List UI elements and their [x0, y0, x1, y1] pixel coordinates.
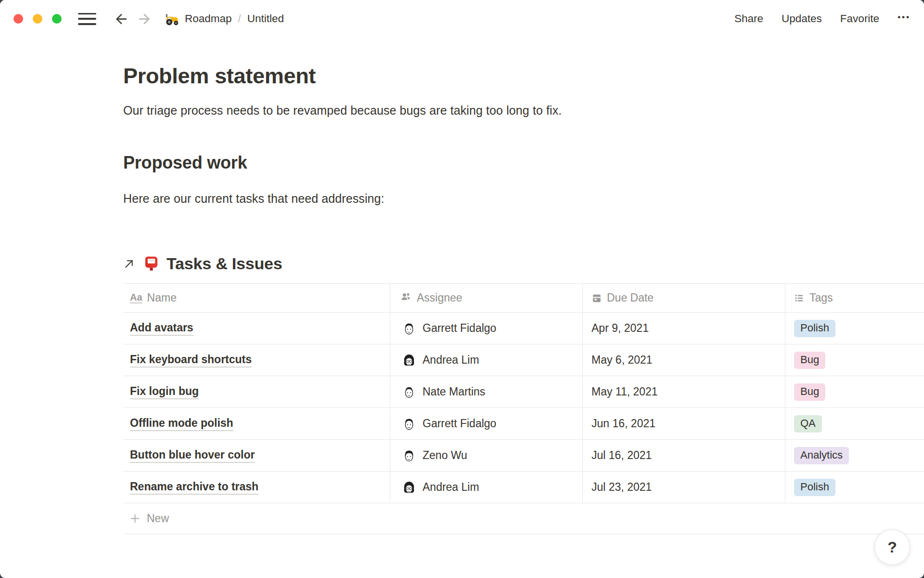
page-body: Problem statement Our triage process nee… — [0, 64, 924, 534]
column-header-due-date[interactable]: Due Date — [583, 284, 785, 312]
assignee-cell[interactable]: Nate Martins — [390, 376, 583, 407]
tasks-table: Aa Name Assignee Due Date — [123, 283, 924, 534]
due-date-value: Jul 16, 2021 — [591, 449, 652, 462]
avatar — [401, 416, 417, 432]
task-name-link[interactable]: Rename archive to trash — [130, 480, 258, 495]
paragraph-proposed: Here are our current tasks that need add… — [123, 192, 924, 206]
updates-button[interactable]: Updates — [782, 13, 822, 25]
favorite-button[interactable]: Favorite — [840, 13, 879, 25]
postbox-icon — [143, 255, 160, 272]
tag-pill: Bug — [794, 383, 825, 401]
task-name-cell[interactable]: Rename archive to trash — [123, 472, 390, 503]
history-nav — [113, 11, 153, 27]
heading-proposed-work: Proposed work — [123, 153, 924, 173]
tag-pill: Polish — [794, 320, 835, 337]
due-date-cell[interactable]: May 11, 2021 — [583, 376, 785, 407]
assignee-cell[interactable]: Zeno Wu — [390, 440, 583, 471]
assignee-cell[interactable]: Andrea Lim — [390, 344, 583, 376]
database-title[interactable]: Tasks & Issues — [167, 254, 282, 273]
forward-arrow-icon[interactable] — [137, 11, 153, 27]
tags-cell[interactable]: Polish — [785, 472, 924, 503]
breadcrumb: Roadmap / Untitled — [165, 12, 284, 26]
top-bar-left: Roadmap / Untitled — [13, 11, 284, 27]
tags-cell[interactable]: Polish — [785, 313, 924, 344]
table-rows: Add avatars Garrett Fidalgo Apr 9, 2021 … — [123, 313, 924, 503]
tags-cell[interactable]: Analytics — [785, 440, 924, 471]
task-name-link[interactable]: Fix keyboard shortcuts — [130, 353, 252, 368]
window-controls — [13, 14, 62, 24]
tags-cell[interactable]: Bug — [785, 344, 924, 376]
linked-database-header: Tasks & Issues — [123, 254, 924, 273]
column-header-label: Due Date — [607, 291, 654, 304]
due-date-cell[interactable]: May 6, 2021 — [583, 344, 785, 376]
task-name-link[interactable]: Button blue hover color — [130, 448, 255, 463]
minimize-window-button[interactable] — [33, 14, 42, 24]
tag-pill: Bug — [794, 352, 825, 369]
top-bar: Roadmap / Untitled Share Updates Favorit… — [0, 0, 924, 38]
column-header-assignee[interactable]: Assignee — [390, 284, 583, 312]
due-date-value: May 11, 2021 — [591, 385, 658, 398]
assignee-name: Zeno Wu — [423, 449, 467, 462]
task-name-cell[interactable]: Fix keyboard shortcuts — [123, 344, 390, 376]
heading-problem-statement: Problem statement — [123, 64, 924, 89]
task-name-link[interactable]: Offline mode polish — [130, 417, 233, 431]
calendar-property-icon — [591, 293, 602, 303]
app-window: Roadmap / Untitled Share Updates Favorit… — [0, 0, 924, 578]
assignee-cell[interactable]: Garrett Fidalgo — [390, 313, 583, 344]
table-row: Rename archive to trash Andrea Lim Jul 2… — [123, 472, 924, 503]
more-options-button[interactable]: ••• — [898, 13, 911, 25]
tags-cell[interactable]: QA — [785, 408, 924, 439]
tags-cell[interactable]: Bug — [785, 376, 924, 407]
back-arrow-icon[interactable] — [113, 11, 128, 27]
task-name-cell[interactable]: Add avatars — [123, 313, 390, 344]
due-date-value: May 6, 2021 — [591, 354, 653, 367]
close-window-button[interactable] — [13, 14, 23, 24]
due-date-value: Jul 23, 2021 — [591, 481, 652, 494]
help-button[interactable]: ? — [874, 529, 910, 565]
column-header-tags[interactable]: Tags — [785, 284, 924, 312]
paragraph-problem: Our triage process needs to be revamped … — [123, 104, 924, 118]
task-name-cell[interactable]: Offline mode polish — [123, 408, 390, 439]
breadcrumb-separator: / — [238, 13, 241, 25]
list-property-icon — [794, 293, 805, 303]
assignee-name: Nate Martins — [423, 385, 485, 398]
column-header-label: Assignee — [417, 291, 462, 304]
assignee-name: Garrett Fidalgo — [423, 417, 496, 430]
due-date-cell[interactable]: Jul 16, 2021 — [583, 440, 785, 471]
task-name-link[interactable]: Add avatars — [130, 321, 193, 336]
task-name-link[interactable]: Fix login bug — [130, 385, 199, 399]
breadcrumb-root[interactable]: Roadmap — [185, 13, 232, 25]
avatar — [401, 321, 417, 336]
table-row: Button blue hover color Zeno Wu Jul 16, … — [123, 440, 924, 472]
due-date-cell[interactable]: Jul 23, 2021 — [583, 472, 785, 503]
zoom-window-button[interactable] — [52, 14, 62, 24]
assignee-name: Garrett Fidalgo — [423, 322, 496, 335]
due-date-cell[interactable]: Apr 9, 2021 — [583, 313, 785, 344]
sidebar-toggle-icon[interactable] — [78, 13, 96, 25]
table-row: Offline mode polish Garrett Fidalgo Jun … — [123, 408, 924, 440]
task-name-cell[interactable]: Fix login bug — [123, 376, 390, 407]
avatar — [401, 353, 417, 368]
plus-icon — [129, 513, 141, 524]
tag-pill: Analytics — [794, 447, 849, 464]
column-header-name[interactable]: Aa Name — [123, 284, 390, 312]
text-property-icon: Aa — [130, 292, 142, 303]
column-header-label: Name — [147, 291, 177, 304]
new-row-label: New — [147, 512, 169, 525]
avatar — [401, 480, 417, 495]
due-date-cell[interactable]: Jun 16, 2021 — [583, 408, 785, 439]
due-date-value: Apr 9, 2021 — [591, 322, 649, 335]
share-button[interactable]: Share — [734, 13, 763, 25]
table-header-row: Aa Name Assignee Due Date — [123, 284, 924, 313]
new-row-button[interactable]: New — [123, 503, 924, 534]
tag-pill: QA — [794, 415, 822, 433]
assignee-cell[interactable]: Andrea Lim — [390, 472, 583, 503]
assignee-name: Andrea Lim — [423, 354, 479, 367]
breadcrumb-current[interactable]: Untitled — [247, 13, 284, 25]
assignee-cell[interactable]: Garrett Fidalgo — [390, 408, 583, 439]
avatar — [401, 384, 417, 400]
table-row: Add avatars Garrett Fidalgo Apr 9, 2021 … — [123, 313, 924, 344]
avatar — [401, 448, 417, 463]
task-name-cell[interactable]: Button blue hover color — [123, 440, 390, 471]
open-as-page-arrow-icon[interactable] — [123, 258, 135, 270]
